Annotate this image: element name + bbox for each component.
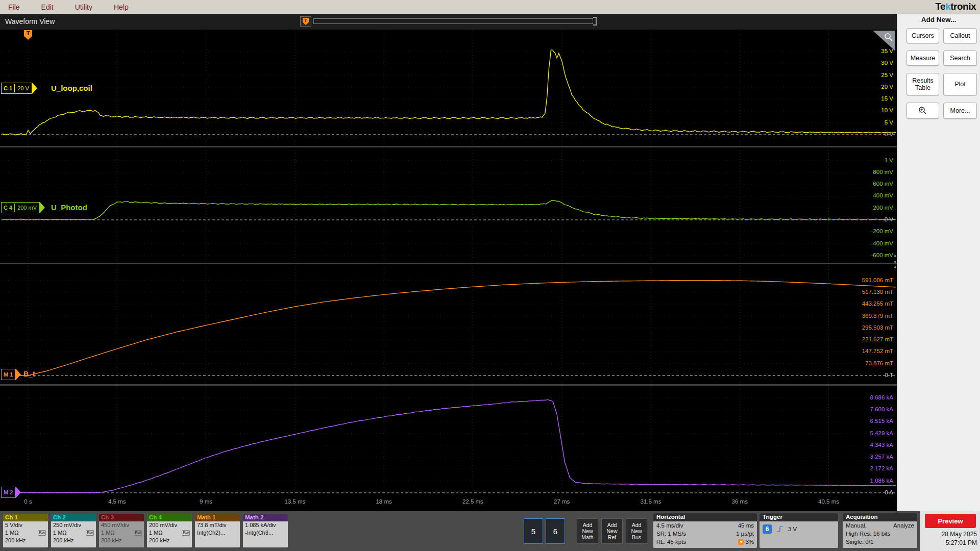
channel-badge-ch3[interactable]: Ch 3450 mV/div1 MΩBw200 kHz <box>99 514 144 547</box>
slice-separator[interactable] <box>0 384 897 386</box>
channel-5-button[interactable]: 5 <box>524 518 543 544</box>
channel-marker-m2[interactable]: M 2 <box>1 487 21 498</box>
time-tick-label: 0 s <box>10 498 46 505</box>
magnifier-icon <box>884 32 894 42</box>
channel-badge-row: 200 kHz <box>149 537 169 544</box>
scale-label: 200 mV <box>873 205 893 211</box>
waveform-view-titlebar: Waveform View T <box>0 14 897 30</box>
search-button[interactable]: Search <box>943 51 977 66</box>
trace-label-u-photod: U_Photod <box>51 203 87 212</box>
trace-m2 <box>3 399 896 493</box>
scale-label: 0 V <box>885 131 893 137</box>
c1-arrow <box>32 83 37 94</box>
scale-label: 369.379 mT <box>862 313 893 319</box>
scale-label: 3.257 kA <box>870 454 893 460</box>
more-button[interactable]: More... <box>943 103 977 119</box>
acquisition-detail: High Res: 16 bits <box>846 530 891 538</box>
horizontal-pan-end-bracket <box>593 17 597 26</box>
add-new-header: Add New... <box>897 16 980 23</box>
channel-badge-math2[interactable]: Math 21.085 kA/div-Intg(Ch3... <box>243 514 288 547</box>
trace-U_Photod <box>3 201 896 220</box>
c1-id: C 1 <box>2 84 15 92</box>
time-tick-label: 40.5 ms <box>811 498 847 505</box>
channel-badge-math1[interactable]: Math 173.8 mT/divIntg(Ch2)... <box>195 514 240 547</box>
horizontal-panel-title: Horizontal <box>653 513 757 521</box>
channel-marker-c1[interactable]: C 120 V <box>1 83 37 94</box>
channel-badge-ch1[interactable]: Ch 15 V/div1 MΩBw200 kHz <box>3 514 48 547</box>
add-new-ref-button[interactable]: Add New Ref <box>601 518 623 544</box>
menu-edit[interactable]: Edit <box>41 3 54 11</box>
logo-text-2: tronix <box>950 1 976 12</box>
scale-label: 0 V <box>885 216 893 222</box>
callout-button[interactable]: Callout <box>943 28 977 43</box>
channel-badge-row: Intg(Ch2)... <box>197 529 225 537</box>
scale-label: -600 mV <box>871 252 893 258</box>
bottom-right-corner: Preview 28 May 2025 5:27:01 PM <box>920 511 980 551</box>
date-display: 28 May 2025 <box>942 531 977 538</box>
time-tick-label: 18 ms <box>366 498 402 505</box>
slice-separator[interactable] <box>0 263 897 264</box>
zoom-magnifier-icon <box>918 106 927 115</box>
measure-button[interactable]: Measure <box>906 51 939 66</box>
scale-label: 10 V <box>881 107 893 113</box>
channel-badge-row: 1 MΩ <box>53 529 67 537</box>
scale-label: 443.255 mT <box>862 300 893 307</box>
add-new-bus-button[interactable]: Add New Bus <box>626 518 647 544</box>
scale-label: 0 A <box>885 489 893 495</box>
channel-marker-c4[interactable]: C 4200 mV <box>1 202 45 213</box>
channel-badge-ch4[interactable]: Ch 4200 mV/div1 MΩBw200 kHz <box>147 514 192 547</box>
m2-arrow <box>16 487 21 498</box>
channel-badge-body: 250 mV/div1 MΩBw200 kHz <box>51 521 96 547</box>
c4-scale: 200 mV <box>15 204 39 212</box>
menu-help[interactable]: Help <box>114 3 129 11</box>
horizontal-pan-bar[interactable] <box>313 18 593 24</box>
horizontal-panel[interactable]: Horizontal 4.5 ms/div45 ms SR: 1 MS/s1 µ… <box>653 513 757 548</box>
results-table-button[interactable]: Results Table <box>906 73 939 95</box>
add-new-math-button[interactable]: Add New Math <box>577 518 598 544</box>
preview-button[interactable]: Preview <box>925 514 976 528</box>
trigger-panel[interactable]: Trigger 6 3 V <box>760 513 838 548</box>
scale-label: 7.600 kA <box>870 406 893 412</box>
resolution: 1 µs/pt <box>736 530 754 538</box>
horizontal-pan-trigger-icon[interactable]: T <box>300 16 311 27</box>
channel-badge-row: 73.8 mT/div <box>197 521 226 529</box>
trace-label-u-loop-coil: U_loop,coil <box>51 84 92 92</box>
scale-label: 73.876 mT <box>865 360 893 366</box>
c4-id: C 4 <box>2 204 15 212</box>
cursors-button[interactable]: Cursors <box>906 28 939 43</box>
channel-badge-row: -Intg(Ch3... <box>245 529 273 537</box>
scale-label: -200 mV <box>871 228 893 234</box>
zoom-button[interactable] <box>906 103 939 119</box>
channel-badge-ch2[interactable]: Ch 2250 mV/div1 MΩBw200 kHz <box>51 514 96 547</box>
time-tick-label: 31.5 ms <box>633 498 669 505</box>
plot-button[interactable]: Plot <box>943 73 977 95</box>
time-display: 5:27:01 PM <box>946 539 977 546</box>
m2-id: M 2 <box>2 488 15 496</box>
scale-label: 400 mV <box>873 192 893 198</box>
logo-text: Te <box>935 1 945 12</box>
acquisition-panel[interactable]: Acquisition Manual,Analyze High Res: 16 … <box>843 513 917 548</box>
channel-badge-body: 1.085 kA/div-Intg(Ch3... <box>243 521 288 547</box>
scale-label: 1 V <box>885 157 893 163</box>
scale-label: 5 V <box>885 119 893 126</box>
scale-label: 30 V <box>881 60 893 66</box>
trace-B_t <box>3 281 896 375</box>
scale-label: 0 T <box>885 372 893 378</box>
channel-badge-row: 250 mV/div <box>53 521 81 529</box>
channel-badge-body: 200 mV/div1 MΩBw200 kHz <box>147 521 192 547</box>
menu-file[interactable]: File <box>8 3 20 11</box>
menu-utility[interactable]: Utility <box>75 3 92 11</box>
channel-6-button[interactable]: 6 <box>546 518 565 544</box>
m1-arrow <box>16 369 21 380</box>
horizontal-scale: 4.5 ms/div <box>656 521 683 530</box>
trace-label-b-t: B_t <box>23 370 35 378</box>
waveform-display[interactable]: 35 V30 V25 V20 V15 V10 V5 V0 V1 V800 mV6… <box>0 30 897 511</box>
logo-accent: k <box>945 1 950 12</box>
scale-label: 1.086 kA <box>870 478 893 484</box>
scale-label: 221.627 mT <box>862 336 893 342</box>
channel-marker-m1[interactable]: M 1 <box>1 369 21 380</box>
slice-separator[interactable] <box>0 146 897 147</box>
scale-label: 8.686 kA <box>870 394 893 400</box>
trigger-position-icon <box>738 539 744 545</box>
acquisition-panel-title: Acquisition <box>843 513 917 521</box>
